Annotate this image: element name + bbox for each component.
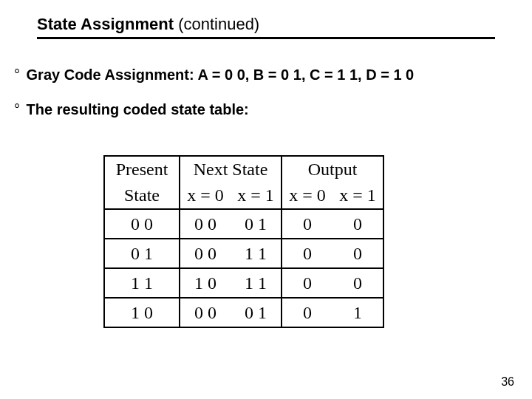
cell-out-x0: 0 (282, 298, 332, 327)
title-block: State Assignment (continued) (37, 15, 495, 39)
hdr-present-1: Present (104, 156, 180, 183)
hdr-out-x1: x = 1 (332, 183, 383, 209)
slide: State Assignment (continued) ° Gray Code… (0, 0, 532, 399)
cell-next-x0: 1 0 (180, 268, 231, 298)
state-table-wrap: Present Next State Output State x = 0 x … (103, 155, 384, 328)
title-continued: (continued) (174, 15, 259, 33)
cell-next-x0: 0 0 (180, 239, 231, 268)
cell-next-x0: 0 0 (180, 298, 231, 327)
state-table: Present Next State Output State x = 0 x … (103, 155, 384, 328)
table-row: 1 1 1 0 1 1 0 0 (104, 268, 383, 298)
cell-next-x1: 1 1 (231, 239, 282, 268)
hdr-out-x0: x = 0 (282, 183, 332, 209)
cell-present: 1 1 (104, 268, 180, 298)
cell-out-x1: 1 (332, 298, 383, 327)
cell-present: 0 1 (104, 239, 180, 268)
cell-out-x0: 0 (282, 209, 332, 239)
title-main: State Assignment (37, 15, 174, 33)
page-title: State Assignment (continued) (37, 15, 495, 34)
bullet-2: ° The resulting coded state table: (12, 101, 502, 118)
table-header-row-2: State x = 0 x = 1 x = 0 x = 1 (104, 183, 383, 209)
cell-next-x0: 0 0 (180, 209, 231, 239)
hdr-next-x1: x = 1 (231, 183, 282, 209)
hdr-present-2: State (104, 183, 180, 209)
cell-next-x1: 0 1 (231, 298, 282, 327)
cell-out-x0: 0 (282, 268, 332, 298)
bullet-list: ° Gray Code Assignment: A = 0 0, B = 0 1… (12, 66, 502, 136)
table-row: 0 1 0 0 1 1 0 0 (104, 239, 383, 268)
table-row: 1 0 0 0 0 1 0 1 (104, 298, 383, 327)
table-header-row-1: Present Next State Output (104, 156, 383, 183)
title-rule (37, 37, 495, 39)
cell-out-x1: 0 (332, 209, 383, 239)
cell-present: 1 0 (104, 298, 180, 327)
page-number: 36 (501, 375, 514, 389)
hdr-next-x0: x = 0 (180, 183, 231, 209)
bullet-icon: ° (12, 66, 22, 83)
cell-out-x1: 0 (332, 239, 383, 268)
cell-out-x0: 0 (282, 239, 332, 268)
bullet-2-text: The resulting coded state table: (27, 101, 249, 117)
bullet-1: ° Gray Code Assignment: A = 0 0, B = 0 1… (12, 66, 502, 83)
bullet-icon: ° (12, 101, 22, 118)
cell-next-x1: 0 1 (231, 209, 282, 239)
bullet-1-text: Gray Code Assignment: A = 0 0, B = 0 1, … (27, 66, 415, 83)
cell-out-x1: 0 (332, 268, 383, 298)
cell-next-x1: 1 1 (231, 268, 282, 298)
hdr-next: Next State (180, 156, 282, 183)
table-row: 0 0 0 0 0 1 0 0 (104, 209, 383, 239)
hdr-output: Output (282, 156, 383, 183)
cell-present: 0 0 (104, 209, 180, 239)
